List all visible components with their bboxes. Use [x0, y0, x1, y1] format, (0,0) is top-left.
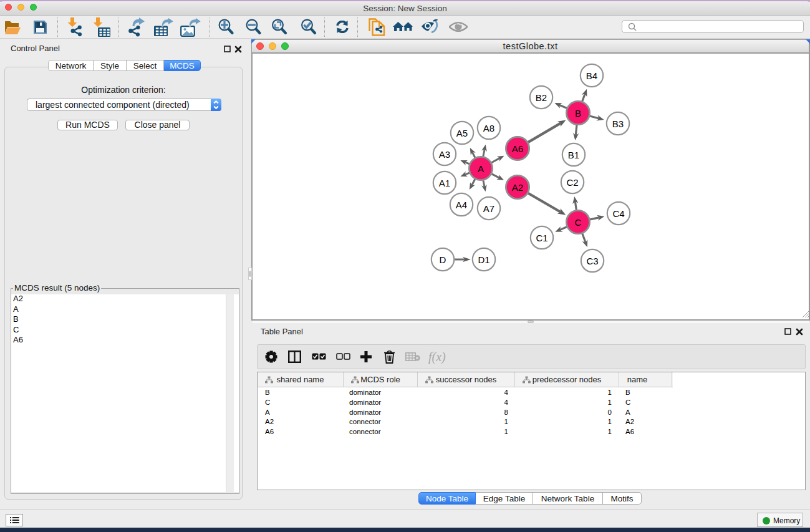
svg-text:D: D — [440, 254, 446, 265]
svg-text:A5: A5 — [456, 128, 468, 138]
svg-text:C1: C1 — [536, 233, 547, 243]
svg-text:B: B — [575, 108, 581, 118]
svg-text:C3: C3 — [586, 256, 598, 266]
svg-text:A8: A8 — [483, 123, 494, 133]
svg-text:A: A — [478, 163, 484, 174]
svg-text:C4: C4 — [612, 208, 624, 219]
svg-text:A7: A7 — [483, 203, 494, 214]
svg-text:A4: A4 — [456, 200, 467, 210]
svg-text:A1: A1 — [439, 178, 450, 188]
svg-text:A6: A6 — [512, 143, 523, 154]
svg-text:B3: B3 — [612, 118, 624, 129]
svg-text:D1: D1 — [478, 254, 489, 265]
svg-text:C2: C2 — [566, 177, 578, 188]
svg-text:B4: B4 — [586, 70, 597, 81]
svg-text:A2: A2 — [512, 182, 523, 193]
svg-text:B2: B2 — [536, 92, 547, 103]
svg-text:A3: A3 — [439, 149, 450, 160]
svg-text:C: C — [575, 217, 582, 228]
svg-text:B1: B1 — [568, 150, 579, 160]
